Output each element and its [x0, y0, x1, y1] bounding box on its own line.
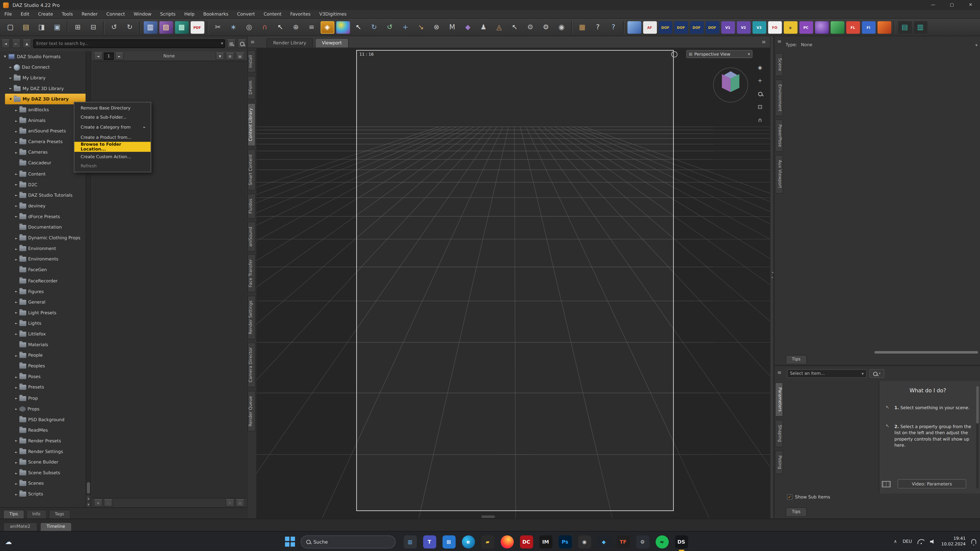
taskbar-crystal-app[interactable]: ◆: [597, 535, 610, 548]
tree-item-dforce-presets[interactable]: ►dForce Presets: [0, 211, 91, 222]
package-button[interactable]: ▦: [575, 21, 589, 33]
menu-render[interactable]: Render: [77, 11, 102, 17]
tray-expand-icon[interactable]: ∧: [894, 539, 897, 544]
page-next-button[interactable]: ►: [115, 52, 124, 59]
tree-item-scenes[interactable]: ►Scenes: [0, 478, 91, 489]
expand-arrow-icon[interactable]: ►: [14, 108, 19, 111]
taskbar-photoshop[interactable]: Ps: [558, 535, 571, 548]
tab-viewport[interactable]: Viewport: [315, 38, 348, 48]
layout-button-1[interactable]: ▤: [898, 21, 912, 33]
expand-arrow-icon[interactable]: ►: [14, 440, 19, 443]
taskbar-settings[interactable]: ⚙: [636, 535, 649, 548]
forward-button[interactable]: ►: [12, 39, 21, 48]
weather-icon[interactable]: ☁: [5, 532, 12, 551]
remove-button[interactable]: −: [104, 499, 113, 507]
expand-arrow-icon[interactable]: ►: [14, 322, 19, 325]
show-sub-items-checkbox[interactable]: ✓: [787, 494, 792, 500]
taskbar-screenshot-tool[interactable]: ◉: [578, 535, 591, 548]
expand-arrow-icon[interactable]: ►: [8, 87, 13, 90]
tab-content-library[interactable]: Content Library: [248, 103, 256, 146]
scale-tool-button[interactable]: ↘: [414, 21, 428, 33]
taskbar-desktop-app[interactable]: ▥: [404, 535, 417, 548]
tab-face-transfer[interactable]: Face Transfer: [248, 254, 256, 292]
tab-render-settings[interactable]: Render Settings: [248, 295, 256, 340]
tree-item-environments[interactable]: ►Environments: [0, 254, 91, 265]
tree-item-littlefox[interactable]: ►Littlefox: [0, 329, 91, 340]
tab-tips[interactable]: Tips: [3, 510, 24, 518]
align-button[interactable]: ≡: [305, 21, 318, 33]
context-menu-item-refresh[interactable]: Refresh: [74, 162, 151, 171]
viewport-splitter[interactable]: ◄ ►: [770, 36, 774, 519]
orbit-view-icon[interactable]: ◈: [756, 63, 764, 72]
tree-item-my-library[interactable]: ►My Library: [0, 73, 91, 83]
tab-anisound[interactable]: aniSound: [248, 221, 256, 251]
tree-item-render-settings[interactable]: ►Render Settings: [0, 446, 91, 457]
tree-item-daz-studio-tutorials[interactable]: ►DAZ Studio Tutorials: [0, 190, 91, 201]
dforce-button[interactable]: ∗: [227, 21, 240, 33]
context-menu-item-remove-base-directory[interactable]: Remove Base Directory: [74, 103, 151, 113]
tree-item-deviney[interactable]: ►deviney: [0, 201, 91, 211]
taskbar-store[interactable]: ⊞: [442, 535, 455, 548]
open-button[interactable]: ▤: [19, 21, 33, 33]
tree-item-presets[interactable]: ►Presets: [0, 383, 91, 393]
notifications-icon[interactable]: [971, 539, 977, 544]
tab-powerpose[interactable]: PowerPose: [775, 119, 783, 152]
tree-item-poses[interactable]: ►Poses: [0, 372, 91, 383]
back-button[interactable]: ◄: [1, 39, 10, 48]
viewport-options-menu-icon[interactable]: ≡: [760, 38, 767, 45]
menu-convert[interactable]: Convert: [233, 11, 259, 17]
view-options-button[interactable]: ⊞▼: [227, 39, 235, 48]
plugin-v1-button[interactable]: V1: [721, 21, 735, 33]
search-input[interactable]: [33, 39, 225, 48]
expand-arrow-icon[interactable]: ►: [14, 472, 19, 475]
tree-item-readmes[interactable]: ReadMes: [0, 425, 91, 436]
lens-button[interactable]: ◉: [555, 21, 568, 33]
target-button[interactable]: ⊕: [289, 21, 303, 33]
layout-button-2[interactable]: ▥: [913, 21, 927, 33]
surface-ball-button[interactable]: [336, 21, 350, 33]
tab-dform[interactable]: DForm: [248, 76, 256, 100]
plugin-v2-button[interactable]: V2: [737, 21, 750, 33]
context-menu-item-create-a-sub-folder[interactable]: Create a Sub-Folder...: [74, 113, 151, 122]
parameters-pane-menu-icon[interactable]: ≡: [776, 368, 783, 376]
viewport-bottom-handle[interactable]: [481, 515, 495, 518]
thumb-view-button[interactable]: ⊞: [226, 52, 234, 59]
expand-arrow-icon[interactable]: ►: [14, 290, 19, 293]
help-scrollbar-thumb[interactable]: [976, 386, 979, 424]
plugin-dof-button-2[interactable]: DOF: [674, 21, 688, 33]
type-value[interactable]: None: [801, 43, 812, 48]
tab-parameters[interactable]: Parameters: [775, 383, 783, 416]
tab-environment[interactable]: Environment: [775, 79, 783, 116]
tree-item-lights[interactable]: ►Lights: [0, 318, 91, 329]
tree-item-my-daz-3d-library[interactable]: ►My DAZ 3D Library: [0, 83, 91, 94]
sort-button[interactable]: ▼: [216, 52, 224, 59]
plugin-dof-button-3[interactable]: DOF: [690, 21, 703, 33]
expand-arrow-icon[interactable]: ►: [14, 354, 19, 357]
parameter-search-button[interactable]: ▼: [870, 369, 885, 378]
tree-item-prop[interactable]: ►Prop: [0, 393, 91, 403]
tree-item-general[interactable]: ►General: [0, 297, 91, 308]
primitive-button[interactable]: ◬: [492, 21, 506, 33]
render-settings-button[interactable]: ▥: [143, 21, 157, 33]
scroll-up-button[interactable]: ▲: [86, 495, 91, 501]
plugin-a-button[interactable]: a: [783, 21, 797, 33]
start-button[interactable]: [285, 537, 295, 546]
select-item-dropdown[interactable]: Select an Item... ▼: [787, 369, 867, 378]
taskbar-teams[interactable]: T: [423, 535, 436, 548]
rotate-tool-button[interactable]: ↻: [367, 21, 381, 33]
plugin-af-button[interactable]: AF: [643, 21, 657, 33]
tab-camera-director[interactable]: Camera Director: [248, 343, 256, 388]
merge-button[interactable]: ⊟: [86, 21, 100, 33]
tab-scene[interactable]: Scene: [775, 53, 783, 76]
tab-tips-upper[interactable]: Tips: [786, 355, 807, 364]
redo-button[interactable]: ↻: [123, 21, 137, 33]
help-button[interactable]: ?: [591, 21, 605, 33]
tree-item-facegen[interactable]: FaceGen: [0, 265, 91, 275]
tab-tips-lower[interactable]: Tips: [786, 507, 807, 516]
expand-arrow-icon[interactable]: ►: [14, 375, 19, 378]
pane-divider[interactable]: [774, 365, 980, 366]
close-button[interactable]: ✕: [961, 0, 980, 10]
tree-item-psd-background[interactable]: PSD Background: [0, 414, 91, 425]
menu-content[interactable]: Content: [259, 11, 286, 17]
tree-item-scripts[interactable]: ►Scripts: [0, 489, 91, 500]
